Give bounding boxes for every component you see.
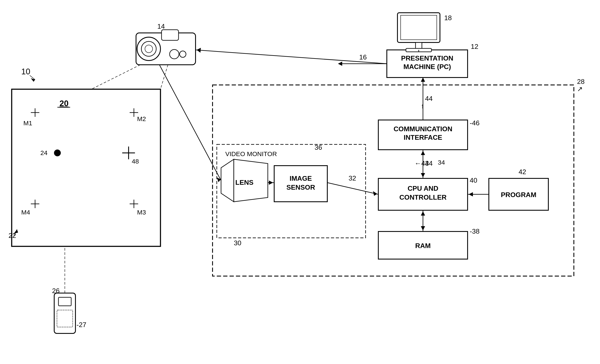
svg-text:COMMUNICATION: COMMUNICATION (394, 125, 452, 133)
svg-text:SENSOR: SENSOR (286, 183, 315, 191)
main-svg: PRESENTATION MACHINE (PC) 12 18 16 28 ↗ (0, 0, 600, 364)
svg-text:CONTROLLER: CONTROLLER (399, 193, 447, 201)
svg-text:M1: M1 (23, 119, 32, 127)
svg-text:18: 18 (444, 14, 452, 22)
svg-text:INTERFACE: INTERFACE (404, 134, 442, 141)
svg-rect-85 (58, 297, 71, 306)
svg-text:PRESENTATION: PRESENTATION (401, 54, 453, 62)
svg-text:42: 42 (519, 168, 526, 176)
svg-text:12: 12 (471, 43, 478, 50)
svg-text:48: 48 (132, 158, 139, 165)
svg-text:26: 26 (52, 287, 60, 295)
svg-text:-46: -46 (470, 119, 479, 127)
svg-point-95 (170, 49, 179, 59)
svg-text:32: 32 (348, 174, 356, 182)
svg-text:↑: ↑ (421, 102, 424, 110)
svg-text:MACHINE (PC): MACHINE (PC) (403, 63, 451, 71)
svg-text:M4: M4 (21, 209, 30, 216)
diagram-container: PRESENTATION MACHINE (PC) 12 18 16 28 ↗ (0, 0, 600, 364)
svg-text:40: 40 (470, 176, 477, 184)
svg-text:IMAGE: IMAGE (290, 174, 312, 182)
svg-text:34: 34 (438, 159, 445, 166)
svg-text:RAM: RAM (415, 242, 431, 250)
svg-rect-7 (415, 43, 422, 49)
svg-text:M2: M2 (137, 115, 146, 122)
svg-text:10: 10 (21, 67, 30, 76)
svg-text:14: 14 (157, 23, 165, 30)
svg-rect-6 (401, 15, 437, 40)
svg-text:44: 44 (425, 95, 433, 102)
svg-text:↗: ↗ (577, 85, 583, 93)
svg-text:30: 30 (234, 239, 242, 247)
svg-text:LENS: LENS (235, 179, 253, 186)
svg-text:VIDEO MONITOR: VIDEO MONITOR (225, 150, 277, 157)
svg-text:36: 36 (315, 144, 322, 151)
svg-text:20: 20 (59, 99, 68, 108)
svg-text:-27: -27 (76, 321, 86, 328)
svg-text:PROGRAM: PROGRAM (501, 191, 536, 199)
svg-text:←44: ←44 (414, 159, 429, 167)
svg-text:CPU AND: CPU AND (408, 184, 439, 192)
svg-text:M3: M3 (137, 209, 146, 216)
svg-text:24: 24 (40, 149, 47, 156)
svg-text:28: 28 (577, 78, 585, 85)
svg-text:-38: -38 (470, 228, 479, 235)
svg-point-96 (180, 51, 186, 57)
svg-point-79 (54, 149, 61, 156)
svg-rect-86 (57, 310, 73, 327)
svg-text:16: 16 (359, 53, 367, 61)
svg-point-93 (145, 45, 153, 53)
svg-rect-94 (161, 30, 178, 40)
